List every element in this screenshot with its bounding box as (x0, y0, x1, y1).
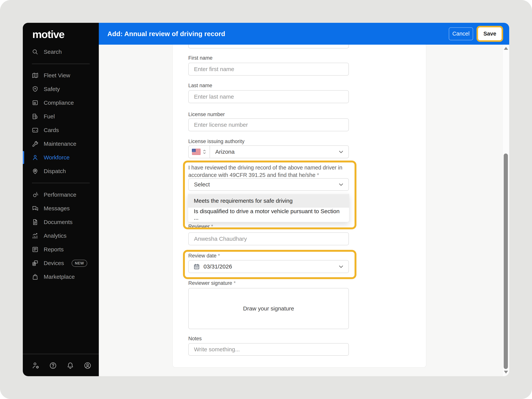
help-icon[interactable] (49, 361, 57, 370)
sidebar-item-compliance[interactable]: Compliance (23, 96, 99, 110)
analytics-icon (32, 232, 39, 239)
main-area: Add: Annual review of driving record Can… (99, 23, 509, 376)
chat-icon (32, 205, 39, 212)
document-icon (32, 218, 39, 226)
dropdown-option[interactable]: Meets the requirements for safe driving (188, 194, 349, 208)
wrench-icon (32, 140, 39, 147)
last-name-input[interactable] (188, 90, 349, 103)
reviewer-signature-label: Reviewer signature * (188, 280, 236, 286)
modal-header: Add: Annual review of driving record Can… (99, 23, 509, 45)
sidebar-item-analytics[interactable]: Analytics (23, 229, 99, 243)
first-name-input[interactable] (188, 63, 349, 76)
sidebar-item-label: Documents (44, 219, 73, 225)
sidebar-item-label: Messages (44, 205, 70, 212)
sidebar-item-label: Performance (44, 191, 76, 198)
sidebar-item-performance[interactable]: Performance (23, 188, 99, 202)
sidebar-search-label: Search (44, 49, 62, 55)
gauge-icon (32, 191, 39, 198)
review-date-picker[interactable]: 03/31/2026 (188, 260, 349, 273)
sidebar-item-label: Devices (44, 260, 64, 266)
form-card: First name Last name License number Lice… (172, 45, 426, 367)
shopping-bag-icon (32, 273, 39, 280)
notes-input[interactable] (188, 343, 349, 356)
signature-placeholder: Draw your signature (243, 305, 294, 312)
sidebar-item-label: Cards (44, 127, 59, 133)
license-number-input[interactable] (188, 118, 349, 131)
license-authority-label: License issuing authority (188, 139, 245, 144)
sidebar-item-label: Dispatch (44, 168, 66, 174)
scrollbar[interactable] (502, 45, 509, 376)
review-statement-value: Select (194, 181, 210, 188)
compliance-icon (32, 99, 39, 106)
report-icon (32, 246, 39, 253)
app-window: motive Search Fleet ViewSafetyCompliance… (23, 23, 509, 376)
review-date-value: 03/31/2026 (203, 263, 232, 270)
reviewer-input[interactable] (188, 232, 349, 245)
chevron-down-icon (338, 182, 344, 187)
bell-icon[interactable] (66, 361, 75, 370)
sidebar-item-reports[interactable]: Reports (23, 243, 99, 256)
signature-pad[interactable]: Draw your signature (188, 288, 349, 329)
shield-icon (32, 86, 39, 93)
sidebar-item-label: Safety (44, 86, 60, 92)
sidebar-item-fuel[interactable]: Fuel (23, 110, 99, 123)
sidebar-divider (32, 64, 90, 64)
truncated-field[interactable] (188, 45, 349, 48)
dropdown-option[interactable]: Is disqualified to drive a motor vehicle… (188, 208, 349, 221)
us-flag-icon (192, 149, 201, 155)
sidebar: motive Search Fleet ViewSafetyCompliance… (23, 23, 99, 376)
user-settings-icon[interactable] (32, 361, 40, 370)
chevron-down-icon (338, 149, 344, 155)
sidebar-item-label: Workforce (44, 154, 70, 161)
sidebar-item-label: Reports (44, 246, 64, 253)
credit-card-icon (32, 127, 39, 134)
review-date-label: Review date * (188, 253, 220, 259)
review-statement-select[interactable]: Select (188, 178, 349, 191)
fuel-pump-icon (32, 113, 39, 120)
license-authority-select[interactable]: Arizona (188, 145, 349, 158)
cancel-button[interactable]: Cancel (449, 27, 473, 40)
save-button[interactable]: Save (478, 27, 502, 40)
scrollbar-up-arrow-icon[interactable] (504, 47, 508, 50)
license-number-label: License number (188, 112, 225, 117)
map-pin-icon (32, 168, 39, 175)
sidebar-item-label: Marketplace (44, 274, 75, 280)
sidebar-item-marketplace[interactable]: Marketplace (23, 270, 99, 284)
screenshot-canvas: motive Search Fleet ViewSafetyCompliance… (0, 0, 532, 399)
review-statement-dropdown-menu: Meets the requirements for safe drivingI… (188, 193, 349, 222)
sidebar-divider (32, 183, 90, 183)
sidebar-item-devices[interactable]: DevicesNEW (23, 256, 99, 270)
page-title: Add: Annual review of driving record (107, 30, 225, 38)
sidebar-item-label: Compliance (44, 100, 74, 106)
sidebar-item-dispatch[interactable]: Dispatch (23, 164, 99, 178)
review-statement-label: I have reviewed the driving record of th… (188, 164, 352, 179)
notes-label: Notes (188, 336, 202, 342)
scrollbar-down-arrow-icon[interactable] (504, 371, 508, 374)
sidebar-item-label: Fuel (44, 113, 55, 120)
license-authority-value: Arizona (215, 149, 235, 155)
sidebar-item-label: Maintenance (44, 141, 76, 147)
sidebar-search[interactable]: Search (23, 45, 99, 59)
sidebar-item-messages[interactable]: Messages (23, 202, 99, 215)
sidebar-item-documents[interactable]: Documents (23, 215, 99, 229)
devices-icon (32, 260, 39, 267)
sidebar-footer-divider (23, 354, 99, 354)
save-button-highlight-ring: Save (476, 26, 503, 42)
header-actions: Cancel Save (449, 26, 503, 42)
sidebar-item-safety[interactable]: Safety (23, 82, 99, 96)
account-icon[interactable] (83, 361, 92, 370)
new-badge: NEW (72, 260, 87, 267)
reviewer-label: Reviewer * (188, 224, 213, 229)
sidebar-item-label: Fleet View (44, 72, 70, 79)
sidebar-nav: Fleet ViewSafetyComplianceFuelCardsMaint… (23, 69, 99, 284)
map-icon (32, 72, 39, 79)
sidebar-item-workforce[interactable]: Workforce (23, 151, 99, 164)
sidebar-item-label: Analytics (44, 233, 66, 239)
first-name-label: First name (188, 55, 213, 61)
sidebar-item-maintenance[interactable]: Maintenance (23, 137, 99, 151)
search-icon (32, 48, 39, 56)
scrollbar-thumb[interactable] (504, 153, 508, 369)
sidebar-item-cards[interactable]: Cards (23, 123, 99, 137)
sidebar-item-fleet-view[interactable]: Fleet View (23, 69, 99, 82)
country-selector[interactable] (189, 146, 210, 158)
